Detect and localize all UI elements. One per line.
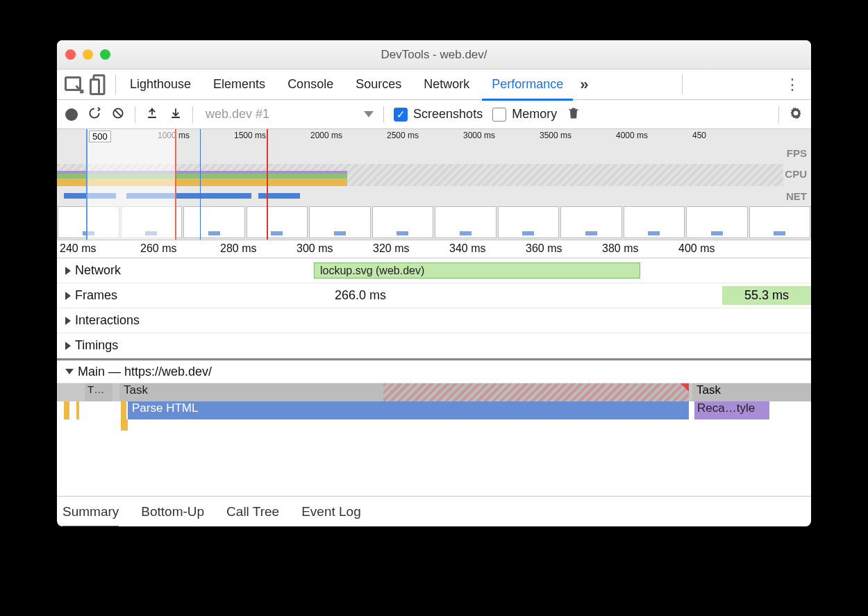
separator bbox=[682, 75, 683, 94]
tab-network[interactable]: Network bbox=[412, 69, 481, 100]
thumbnail bbox=[749, 206, 811, 238]
devtools-tab-bar: Lighthouse Elements Console Sources Netw… bbox=[57, 69, 811, 100]
interactions-track[interactable]: Interactions bbox=[57, 308, 811, 333]
tracks-area[interactable]: Network lockup.svg (web.dev) Frames 266.… bbox=[57, 258, 811, 496]
load-profile-icon[interactable] bbox=[145, 106, 159, 123]
separator bbox=[115, 75, 116, 94]
tick: 3500 ms bbox=[540, 131, 571, 140]
main-track-header[interactable]: Main — https://web.dev/ bbox=[57, 358, 811, 383]
expand-icon[interactable] bbox=[65, 292, 71, 300]
marker-line bbox=[200, 129, 201, 240]
selection-handles[interactable] bbox=[86, 129, 176, 240]
tick: 2000 ms bbox=[310, 131, 342, 140]
recalculate-style-block[interactable]: Reca…tyle bbox=[694, 401, 769, 419]
tab-sources[interactable]: Sources bbox=[344, 69, 412, 100]
screenshots-checkbox[interactable]: ✓ Screenshots bbox=[394, 107, 483, 122]
detail-ruler[interactable]: 240 ms 260 ms 280 ms 300 ms 320 ms 340 m… bbox=[57, 240, 811, 258]
tick: 4000 ms bbox=[616, 131, 648, 140]
memory-checkbox[interactable]: Memory bbox=[492, 107, 557, 122]
separator bbox=[135, 106, 135, 123]
window-title: DevTools - web.dev/ bbox=[381, 48, 487, 62]
fps-label: FPS bbox=[787, 147, 807, 159]
performance-toolbar: web.dev #1 ✓ Screenshots Memory bbox=[57, 100, 811, 129]
separator bbox=[192, 106, 193, 123]
record-button[interactable] bbox=[65, 108, 78, 121]
tab-event-log[interactable]: Event Log bbox=[301, 497, 361, 527]
devtools-window: DevTools - web.dev/ Lighthouse Elements … bbox=[57, 40, 811, 526]
device-toggle-icon[interactable] bbox=[87, 72, 112, 98]
network-request-bar[interactable]: lockup.svg (web.dev) bbox=[314, 263, 640, 278]
script-block[interactable] bbox=[121, 401, 126, 419]
red-marker-line bbox=[267, 129, 268, 240]
inspect-element-icon[interactable] bbox=[62, 72, 87, 98]
thumbnail bbox=[498, 206, 560, 238]
separator bbox=[383, 106, 384, 123]
timings-track[interactable]: Timings bbox=[57, 333, 811, 358]
tab-elements[interactable]: Elements bbox=[202, 69, 276, 100]
thumbnail bbox=[686, 206, 748, 238]
svg-rect-4 bbox=[148, 117, 156, 118]
script-block[interactable] bbox=[64, 401, 69, 419]
garbage-collect-icon[interactable] bbox=[567, 106, 581, 123]
close-window-button[interactable] bbox=[65, 49, 76, 60]
thumbnail bbox=[309, 206, 371, 238]
tick: 260 ms bbox=[140, 242, 176, 255]
thumbnail bbox=[372, 206, 434, 238]
profile-label: web.dev #1 bbox=[206, 107, 269, 122]
thumbnail bbox=[183, 206, 245, 238]
thumbnail bbox=[560, 206, 622, 238]
long-task-warning-hatch bbox=[383, 383, 689, 401]
tab-summary[interactable]: Summary bbox=[62, 497, 119, 527]
details-tab-bar: Summary Bottom-Up Call Tree Event Log bbox=[57, 496, 811, 526]
net-label: NET bbox=[786, 190, 807, 202]
tick: 450 bbox=[692, 131, 706, 140]
kebab-menu-icon[interactable]: ⋮ bbox=[779, 76, 806, 94]
script-block[interactable] bbox=[121, 419, 128, 431]
overview-panel[interactable]: 1000 ms 1500 ms 2000 ms 2500 ms 3000 ms … bbox=[57, 129, 811, 240]
more-tabs-icon[interactable]: » bbox=[580, 76, 588, 94]
flame-row-2[interactable]: Parse HTML Reca…tyle bbox=[57, 401, 811, 419]
tab-performance[interactable]: Performance bbox=[481, 69, 574, 100]
expand-icon[interactable] bbox=[65, 317, 71, 325]
task-block[interactable]: T… bbox=[85, 383, 112, 401]
expand-icon[interactable] bbox=[65, 267, 71, 275]
checkbox-icon: ✓ bbox=[394, 108, 408, 122]
titlebar: DevTools - web.dev/ bbox=[57, 40, 811, 69]
frames-track[interactable]: Frames 266.0 ms 55.3 ms bbox=[57, 283, 811, 308]
checkbox-icon bbox=[492, 108, 506, 122]
svg-rect-2 bbox=[91, 79, 99, 94]
tick: 3000 ms bbox=[463, 131, 495, 140]
track-label: Frames bbox=[75, 288, 117, 303]
tick: 340 ms bbox=[449, 242, 485, 255]
track-label: Timings bbox=[75, 338, 118, 353]
thumbnail bbox=[624, 206, 685, 238]
tab-lighthouse[interactable]: Lighthouse bbox=[119, 69, 202, 100]
profile-selector[interactable]: web.dev #1 bbox=[206, 107, 374, 122]
separator bbox=[778, 106, 779, 123]
settings-gear-icon[interactable] bbox=[789, 106, 803, 123]
reload-button[interactable] bbox=[87, 106, 101, 123]
tick: 2500 ms bbox=[387, 131, 419, 140]
tick: 280 ms bbox=[220, 242, 256, 255]
collapse-icon[interactable] bbox=[65, 369, 74, 374]
tab-console[interactable]: Console bbox=[276, 69, 344, 100]
flame-row-tasks[interactable]: T… Task Task bbox=[57, 383, 811, 401]
script-block[interactable] bbox=[76, 401, 79, 419]
track-label: Interactions bbox=[75, 313, 140, 328]
zoom-window-button[interactable] bbox=[100, 49, 110, 60]
expand-icon[interactable] bbox=[65, 342, 71, 350]
minimize-window-button[interactable] bbox=[83, 49, 93, 60]
save-profile-icon[interactable] bbox=[169, 106, 183, 123]
tab-call-tree[interactable]: Call Tree bbox=[226, 497, 279, 527]
tab-bottom-up[interactable]: Bottom-Up bbox=[141, 497, 204, 527]
task-block[interactable]: Task bbox=[692, 383, 811, 401]
long-task-block[interactable]: Task bbox=[119, 383, 689, 401]
parse-html-block[interactable]: Parse HTML bbox=[128, 401, 689, 419]
tick: 1500 ms bbox=[234, 131, 266, 140]
frame-duration: 266.0 ms bbox=[335, 288, 386, 303]
clear-button[interactable] bbox=[111, 106, 125, 123]
frame-bar[interactable]: 55.3 ms bbox=[722, 286, 811, 305]
cpu-label: CPU bbox=[785, 168, 807, 180]
tick: 400 ms bbox=[678, 242, 715, 255]
network-track[interactable]: Network lockup.svg (web.dev) bbox=[57, 258, 811, 283]
